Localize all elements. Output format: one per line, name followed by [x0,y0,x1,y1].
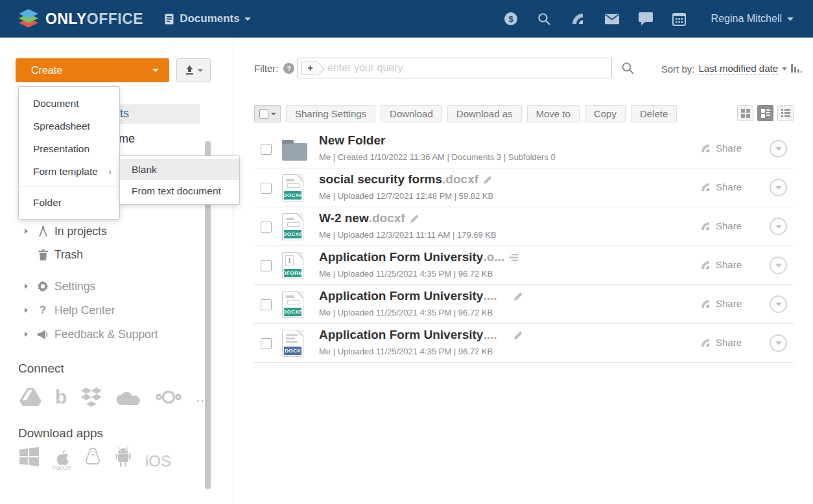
talk-icon[interactable] [639,12,653,26]
share-label: Share [716,143,742,154]
edit-pencil-icon[interactable] [513,330,523,340]
row-checkbox[interactable] [261,222,272,233]
dropbox-icon[interactable] [80,387,102,407]
row-actions-button[interactable] [770,140,787,157]
move-to-button[interactable]: Move to [527,105,580,122]
file-title[interactable]: W-2 new [319,211,369,225]
google-drive-icon[interactable] [19,388,41,406]
share-button[interactable]: Share [701,220,742,231]
share-button[interactable]: Share [701,337,742,348]
row-checkbox[interactable] [261,338,272,349]
table-row[interactable]: OFORM Application Form University.o... M… [254,246,794,285]
table-row[interactable]: DOCXF W-2 new.docxf Me | Uploaded 12/3/2… [254,207,794,246]
row-checkbox[interactable] [261,299,272,310]
table-row[interactable]: DOCXF social security forms.docxf Me | U… [254,168,794,207]
row-actions-button[interactable] [770,334,787,352]
file-title[interactable]: Application Form University [319,250,483,264]
row-checkbox[interactable] [261,260,272,271]
row-checkbox[interactable] [261,183,272,194]
macos-icon[interactable]: macOS [52,447,71,471]
sidebar-item-label: Trash [54,248,83,262]
expand-caret-icon[interactable] [25,284,28,289]
submenu-item-from-text-document[interactable]: From text document [120,180,239,201]
menu-item-folder[interactable]: Folder [19,191,119,214]
sidebar-item-help-center[interactable]: ? Help Center [0,302,233,319]
list-view-icon[interactable] [777,105,794,121]
file-title[interactable]: New Folder [319,133,385,148]
filter-search-icon[interactable] [622,62,634,77]
menu-item-form-template-label: Form template [33,166,98,178]
thumbnails-view-icon[interactable] [737,105,753,121]
share-label: Share [716,220,742,231]
add-filter-icon[interactable] [301,62,318,74]
onlyoffice-logo[interactable]: ONLYOFFICE [17,8,143,30]
user-menu[interactable]: Regina Mitchell [711,13,794,25]
filter-help-icon[interactable] [283,63,294,74]
payments-icon[interactable]: $ [504,12,518,26]
file-title[interactable]: Application Form University [319,328,483,342]
file-type-badge: OFORM [284,269,301,277]
mail-icon[interactable] [605,12,619,26]
row-actions-button[interactable] [770,295,787,313]
file-title[interactable]: social security forms [319,172,442,187]
compact-view-icon[interactable] [757,105,773,121]
table-row[interactable]: DOCXF Application Form University.... Me… [254,285,794,324]
menu-item-document[interactable]: Document [19,92,119,115]
nextcloud-icon[interactable] [156,390,182,404]
row-actions-button[interactable] [770,218,787,235]
menu-item-spreadsheet[interactable]: Spreadsheet [19,115,119,137]
table-row[interactable]: DOCX Application Form University.... Me … [254,324,794,363]
expand-caret-icon[interactable] [25,308,28,313]
menu-item-form-template[interactable]: Form template› [19,160,119,183]
android-icon[interactable] [114,447,132,468]
sidebar-item-shared-label[interactable]: me [119,132,135,146]
create-dropdown-menu: Document Spreadsheet Presentation Form t… [18,86,120,220]
row-checkbox[interactable] [261,144,272,155]
sharing-settings-button[interactable]: Sharing Settings [286,105,375,122]
share-button[interactable]: Share [701,181,742,192]
table-row[interactable]: New Folder Me | Created 1/10/2022 11:36 … [254,130,794,168]
calendar-icon[interactable] [672,12,687,26]
module-switcher[interactable]: Documents [164,12,251,25]
share-button[interactable]: Share [701,143,742,154]
download-as-button[interactable]: Download as [447,105,522,122]
linux-icon[interactable] [84,447,101,468]
more-connectors-icon[interactable]: … [195,394,211,400]
expand-caret-icon[interactable] [25,229,28,234]
windows-icon[interactable] [19,447,39,466]
file-type-badge: DOCXF [284,230,301,238]
create-button[interactable]: Create [16,58,169,82]
ios-icon[interactable]: iOS [145,452,171,470]
select-all-checkbox[interactable] [259,109,268,119]
sidebar-item-trash[interactable]: Trash [0,246,233,263]
edit-pencil-icon[interactable] [410,214,419,223]
share-button[interactable]: Share [701,298,742,309]
download-button[interactable]: Download [381,105,442,122]
expand-caret-icon[interactable] [25,332,28,337]
sidebar-item-in-projects[interactable]: In projects [0,223,233,240]
sidebar-item-settings[interactable]: Settings [0,278,233,295]
select-all-dropdown[interactable] [254,105,281,122]
sort-direction-icon[interactable] [791,63,803,74]
delete-button[interactable]: Delete [631,105,677,122]
row-actions-button[interactable] [770,179,787,196]
box-icon[interactable]: b [55,389,67,406]
copy-button[interactable]: Copy [585,105,626,122]
file-title[interactable]: Application Form University [319,289,483,303]
search-query-input[interactable] [327,62,611,74]
share-button[interactable]: Share [701,259,742,270]
menu-item-presentation[interactable]: Presentation [19,137,119,160]
row-actions-button[interactable] [770,257,787,274]
upload-button[interactable] [176,58,211,82]
edit-pencil-icon[interactable] [513,292,523,301]
sidebar-item-feedback-support[interactable]: Feedback & Support [0,326,233,343]
onedrive-icon[interactable] [116,389,142,405]
sort-caret-icon[interactable] [782,67,787,71]
feed-icon[interactable] [571,12,585,26]
edit-pencil-icon[interactable] [483,175,493,185]
fill-form-icon[interactable] [509,253,519,262]
sort-control: Sort by: Last modified date [661,63,803,74]
search-icon[interactable] [537,12,552,26]
submenu-item-blank[interactable]: Blank [120,159,239,180]
sort-value[interactable]: Last modified date [698,63,778,74]
